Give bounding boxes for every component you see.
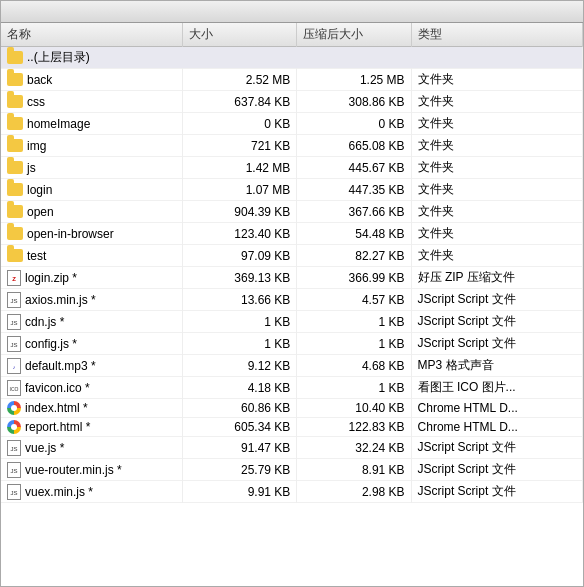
file-name-cell: JS axios.min.js *: [1, 289, 183, 311]
file-manager: 名称 大小 压缩后大小 类型 ..(上层目录) back: [0, 0, 584, 587]
file-name: cdn.js *: [25, 315, 64, 329]
folder-icon: [7, 205, 23, 218]
file-size: 91.47 KB: [183, 437, 297, 459]
file-list[interactable]: 名称 大小 压缩后大小 类型 ..(上层目录) back: [1, 23, 583, 586]
table-row[interactable]: login 1.07 MB 447.35 KB 文件夹: [1, 179, 583, 201]
file-name: test: [27, 249, 46, 263]
file-compressed: 54.48 KB: [297, 223, 411, 245]
file-compressed: 2.98 KB: [297, 481, 411, 503]
file-size: 9.91 KB: [183, 481, 297, 503]
folder-icon: [7, 161, 23, 174]
file-name-cell: ♪ default.mp3 *: [1, 355, 183, 377]
file-name-cell: open-in-browser: [1, 223, 183, 245]
file-table: 名称 大小 压缩后大小 类型 ..(上层目录) back: [1, 23, 583, 503]
col-name[interactable]: 名称: [1, 23, 183, 47]
file-compressed: 366.99 KB: [297, 267, 411, 289]
content-area: 名称 大小 压缩后大小 类型 ..(上层目录) back: [1, 23, 583, 586]
table-row[interactable]: img 721 KB 665.08 KB 文件夹: [1, 135, 583, 157]
file-name-cell: ICO favicon.ico *: [1, 377, 183, 399]
file-name-cell: JS vue-router.min.js *: [1, 459, 183, 481]
file-name-cell: homeImage: [1, 113, 183, 135]
file-size: 1 KB: [183, 333, 297, 355]
folder-icon: [7, 183, 23, 196]
table-row[interactable]: JS cdn.js * 1 KB 1 KB JScript Script 文件: [1, 311, 583, 333]
file-name: index.html *: [25, 401, 88, 415]
file-compressed: 1 KB: [297, 333, 411, 355]
col-compressed[interactable]: 压缩后大小: [297, 23, 411, 47]
col-type[interactable]: 类型: [411, 23, 582, 47]
file-size: 123.40 KB: [183, 223, 297, 245]
file-name-cell: JS vue.js *: [1, 437, 183, 459]
file-name-cell: img: [1, 135, 183, 157]
table-row[interactable]: ♪ default.mp3 * 9.12 KB 4.68 KB MP3 格式声音: [1, 355, 583, 377]
file-type: 文件夹: [411, 157, 582, 179]
file-name: vuex.min.js *: [25, 485, 93, 499]
file-type: 文件夹: [411, 201, 582, 223]
col-size[interactable]: 大小: [183, 23, 297, 47]
file-name: login.zip *: [25, 271, 77, 285]
table-row[interactable]: JS vue.js * 91.47 KB 32.24 KB JScript Sc…: [1, 437, 583, 459]
file-compressed: 1 KB: [297, 377, 411, 399]
file-type: 文件夹: [411, 91, 582, 113]
file-size: 721 KB: [183, 135, 297, 157]
table-row[interactable]: open 904.39 KB 367.66 KB 文件夹: [1, 201, 583, 223]
table-row[interactable]: js 1.42 MB 445.67 KB 文件夹: [1, 157, 583, 179]
folder-icon: [7, 117, 23, 130]
table-row[interactable]: JS config.js * 1 KB 1 KB JScript Script …: [1, 333, 583, 355]
file-compressed: 308.86 KB: [297, 91, 411, 113]
file-type: 文件夹: [411, 135, 582, 157]
file-name-cell: JS cdn.js *: [1, 311, 183, 333]
file-name-cell: index.html *: [1, 399, 183, 418]
js-icon: JS: [7, 462, 21, 478]
file-size: 0 KB: [183, 113, 297, 135]
file-name-cell: login: [1, 179, 183, 201]
file-type: Chrome HTML D...: [411, 399, 582, 418]
js-icon: JS: [7, 440, 21, 456]
file-name: ..(上层目录): [27, 49, 90, 66]
table-row[interactable]: JS axios.min.js * 13.66 KB 4.57 KB JScri…: [1, 289, 583, 311]
file-name: report.html *: [25, 420, 90, 434]
file-name-cell: open: [1, 201, 183, 223]
table-row[interactable]: test 97.09 KB 82.27 KB 文件夹: [1, 245, 583, 267]
file-name-cell: test: [1, 245, 183, 267]
table-row[interactable]: css 637.84 KB 308.86 KB 文件夹: [1, 91, 583, 113]
file-type: Chrome HTML D...: [411, 418, 582, 437]
file-name-cell: css: [1, 91, 183, 113]
file-compressed: 1.25 MB: [297, 69, 411, 91]
file-type: 文件夹: [411, 223, 582, 245]
table-row[interactable]: JS vue-router.min.js * 25.79 KB 8.91 KB …: [1, 459, 583, 481]
ico-icon: ICO: [7, 380, 21, 396]
title-bar: [1, 1, 583, 23]
zip-icon: Z: [7, 270, 21, 286]
file-type: JScript Script 文件: [411, 481, 582, 503]
table-row[interactable]: open-in-browser 123.40 KB 54.48 KB 文件夹: [1, 223, 583, 245]
file-compressed: 8.91 KB: [297, 459, 411, 481]
file-type: 文件夹: [411, 69, 582, 91]
table-row[interactable]: homeImage 0 KB 0 KB 文件夹: [1, 113, 583, 135]
table-row[interactable]: Z login.zip * 369.13 KB 366.99 KB 好压 ZIP…: [1, 267, 583, 289]
file-compressed: 0 KB: [297, 113, 411, 135]
folder-icon: [7, 249, 23, 262]
file-name: open: [27, 205, 54, 219]
table-row[interactable]: report.html * 605.34 KB 122.83 KB Chrome…: [1, 418, 583, 437]
file-size: 605.34 KB: [183, 418, 297, 437]
table-row[interactable]: index.html * 60.86 KB 10.40 KB Chrome HT…: [1, 399, 583, 418]
table-row[interactable]: ICO favicon.ico * 4.18 KB 1 KB 看图王 ICO 图…: [1, 377, 583, 399]
mp3-icon: ♪: [7, 358, 21, 374]
file-type: 文件夹: [411, 113, 582, 135]
file-type: 好压 ZIP 压缩文件: [411, 267, 582, 289]
table-row[interactable]: ..(上层目录): [1, 47, 583, 69]
table-row[interactable]: JS vuex.min.js * 9.91 KB 2.98 KB JScript…: [1, 481, 583, 503]
file-name-cell: back: [1, 69, 183, 91]
table-row[interactable]: back 2.52 MB 1.25 MB 文件夹: [1, 69, 583, 91]
file-name-cell: js: [1, 157, 183, 179]
file-compressed: 4.57 KB: [297, 289, 411, 311]
folder-icon: [7, 227, 23, 240]
table-header-row: 名称 大小 压缩后大小 类型: [1, 23, 583, 47]
file-name: open-in-browser: [27, 227, 114, 241]
chrome-icon: [7, 420, 21, 434]
file-compressed: 445.67 KB: [297, 157, 411, 179]
file-name-cell: Z login.zip *: [1, 267, 183, 289]
js-icon: JS: [7, 292, 21, 308]
file-compressed: 665.08 KB: [297, 135, 411, 157]
